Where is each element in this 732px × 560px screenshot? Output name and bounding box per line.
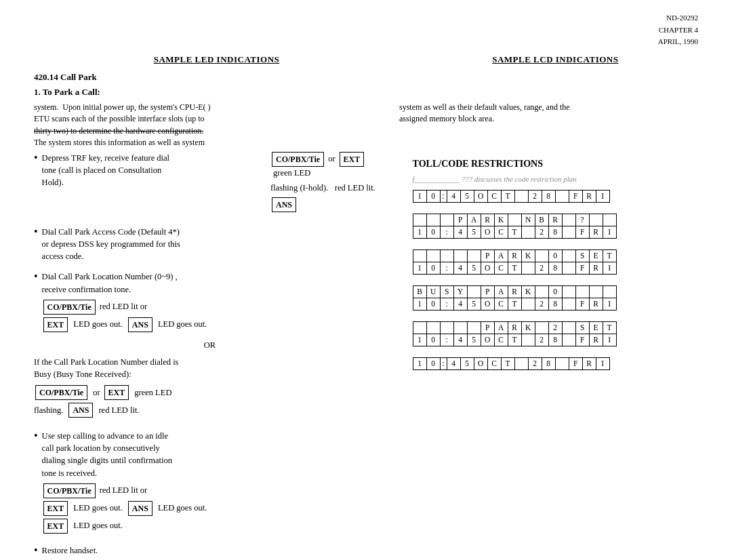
if-busy-text: If the Call Park Location Number dialed … [34,356,386,382]
led-row-1c: ANS [270,197,386,212]
chapter: CHAPTER 4 [658,24,698,37]
toll-header: TOLL/CODE RESTRICTIONS [413,159,698,169]
co-pbx-tie-btn-2: CO/PBX/Tie [43,300,96,315]
led-row-2a: CO/PBX/Tie red LED lit or [42,300,386,315]
bullet-4-text: Use step calling to advance to an idle c… [42,430,386,536]
bullet-3-text: Dial Call Park Location Number (0~9) , r… [42,271,386,334]
ans-btn-4: ANS [128,501,152,516]
doc-number: ND-20292 [658,12,698,24]
section-title: 420.14 Call Park [34,72,698,83]
led-block-4: CO/PBX/Tie red LED lit or EXT LED goes o… [42,483,386,534]
led-row-1a: CO/PBX/Tie or EXT green LED [270,152,386,180]
lcd-display-3: P A R K 0 S E T 1 0 : 4 5 O [413,249,617,275]
page: ND-20292 CHAPTER 4 APRIL, 1990 SAMPLE LE… [0,0,732,560]
columns-header: SAMPLE LED INDICATIONS SAMPLE LCD INDICA… [34,54,698,65]
led-block-1: CO/PBX/Tie or EXT green LED flashing (I-… [264,152,386,216]
ans-btn-1: ANS [272,197,296,212]
left-column: • Depress TRF key, receive feature dial … [34,152,399,559]
lcd-title: SAMPLE LCD INDICATIONS [492,54,618,64]
or-3: or [93,386,100,399]
lcd-display-5: P A R K 2 S E T 1 0 : 4 5 O [413,321,617,346]
led-block-3: CO/PBX/Tie or EXT green LED flashing. AN… [34,385,386,418]
lcd-display-1: 1 0 : 4 5 O C T 2 8 F R I [413,190,610,203]
bullet-5-text: Restore handset. [42,544,98,557]
ans-btn-2: ANS [128,317,152,332]
led-row-3a: CO/PBX/Tie or EXT green LED [34,385,386,400]
lcd-display-2: P A R K N B R ? 1 0 : 4 [413,214,617,239]
lcd-col-header: SAMPLE LCD INDICATIONS [413,54,698,65]
date: APRIL, 1990 [658,36,698,48]
ans-btn-3: ANS [68,403,93,418]
overlap-block: system. Upon initial power up, the syste… [34,102,698,149]
led-row-3b: flashing. ANS red LED lit. [34,403,386,418]
co-pbx-tie-btn-3: CO/PBX/Tie [35,385,87,400]
lcd-display-6: 1 0 : 4 5 O C T 2 8 F R I [413,357,610,370]
lcd-display-4: B U S Y P A R K 0 1 [413,285,617,311]
led-row-4b: EXT LED goes out. ANS LED goes out. [42,501,386,516]
doc-header: ND-20292 CHAPTER 4 APRIL, 1990 [658,12,698,48]
bullet-1-text: Depress TRF key, receive feature dial to… [42,152,264,188]
main-content: • Depress TRF key, receive feature dial … [34,152,698,559]
ext-btn-4b: EXT [43,519,68,534]
ext-btn-3: EXT [104,385,129,400]
led-row-1b: flashing (I-hold). red LED lit. [270,182,386,195]
overlap-left: system. Upon initial power up, the syste… [34,102,399,149]
ext-btn-2: EXT [43,317,68,332]
led-title: SAMPLE LED INDICATIONS [154,54,280,64]
led-row-4c: EXT LED goes out. [42,519,386,534]
co-pbx-tie-btn-4: CO/PBX/Tie [43,483,96,498]
or-divider: OR [34,340,386,351]
led-row-2b: EXT LED goes out. ANS LED goes out. [42,317,386,332]
right-column: TOLL/CODE RESTRICTIONS f____________ ???… [413,152,698,377]
subsection-title: 1. To Park a Call: [34,87,698,98]
led-block-2: CO/PBX/Tie red LED lit or EXT LED goes o… [42,300,386,332]
ext-btn-4a: EXT [43,501,68,516]
toll-sub: f____________ ??? discusses the code res… [413,175,698,183]
co-pbx-tie-btn-1: CO/PBX/Tie [272,152,324,167]
ext-btn-1: EXT [340,152,365,167]
led-col-header: SAMPLE LED INDICATIONS [34,54,399,65]
overlap-right: system as well as their default values, … [399,102,685,149]
strikethrough: thirty two) to determine the hardware co… [34,126,203,136]
bullet-2-text: Dial Call Park Access Code (Default 4*) … [42,226,386,262]
led-row-4a: CO/PBX/Tie red LED lit or [42,483,386,498]
